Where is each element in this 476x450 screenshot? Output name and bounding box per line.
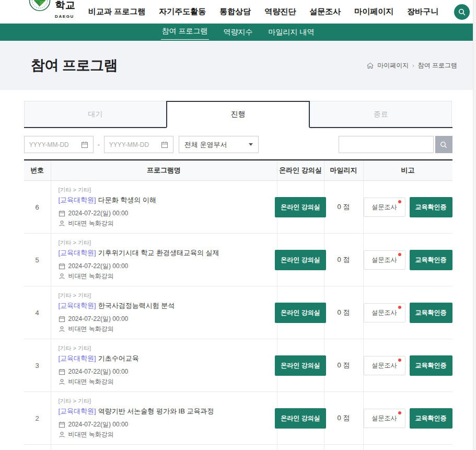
online-classroom-button[interactable]: 온라인 강의실 [275,355,326,376]
online-classroom-button[interactable]: 온라인 강의실 [275,250,326,270]
education-cert-button[interactable]: 교육확인증 [410,197,452,217]
program-info: [기타 > 기타] [교육대학원]기후위기시대 학교 환경생태교육의 실제 20… [51,234,277,286]
home-icon[interactable] [367,62,374,69]
row-number: 5 [24,234,51,286]
program-title-text: 기후위기시대 학교 환경생태교육의 실제 [98,249,219,257]
mileage-value: 0 점 [324,445,364,450]
table-search [339,136,452,153]
program-info: [기타 > 기타] [교육대학원]AI DT(디지털교과서)의 개발 현황과 활… [51,445,277,450]
status-tabs: 대기 진행 종료 [24,101,452,128]
search-icon [440,141,447,148]
table-header-row: 번호 프로그램명 온라인 강의실 마일리지 비고 [24,160,452,181]
col-mileage: 마일리지 [324,160,364,180]
mileage-value: 0 점 [324,181,364,233]
education-cert-button[interactable]: 교육확인증 [410,250,452,270]
survey-button[interactable]: 설문조사 [364,198,405,217]
program-title-text: 역량기반 서논술형 평가와 IB 교육과정 [98,407,214,415]
tab-waiting[interactable]: 대기 [24,101,167,127]
survey-button[interactable]: 설문조사 [364,250,405,270]
department-select-value: 전체 운영부서 [184,140,227,149]
table-row: 3 [기타 > 기타] [교육대학원]기초수어교육 2024-07-22(일) … [24,339,452,392]
university-logo[interactable]: 대구대학교 DAEGU UNIVERSITY [29,0,88,24]
person-icon [59,273,65,280]
tab-ended[interactable]: 종료 [309,101,452,127]
date-range-separator: - [98,141,100,148]
program-category: [기타 > 기타] [59,292,91,299]
program-method: 비대면 녹화강의 [59,377,114,386]
date-from-input[interactable] [29,141,78,148]
education-cert-button[interactable]: 교육확인증 [410,303,452,323]
program-category: [기타 > 기타] [59,186,91,194]
program-method: 비대면 녹화강의 [59,219,114,228]
search-input[interactable] [339,136,434,153]
date-to-field[interactable] [104,136,173,153]
date-to-input[interactable] [109,141,158,148]
survey-button[interactable]: 설문조사 [364,356,405,375]
program-category: [기타 > 기타] [59,344,91,352]
survey-button[interactable]: 설문조사 [364,303,405,322]
col-note: 비고 [364,160,452,180]
nav-cart[interactable]: 장바구니 [407,7,438,17]
row-number: 1 [24,445,51,450]
logo-en: DAEGU UNIVERSITY [55,14,88,24]
program-date: 2024-07-22(일) 00:00 [59,315,129,324]
person-icon [59,431,65,438]
calendar-icon[interactable] [81,141,88,148]
calendar-icon [59,263,65,270]
program-title[interactable]: [교육대학원]기후위기시대 학교 환경생태교육의 실제 [59,248,219,258]
calendar-icon [59,421,65,428]
calendar-icon [59,368,65,375]
program-dept: [교육대학원] [59,302,96,309]
calendar-icon [59,210,65,217]
calendar-icon[interactable] [161,141,168,148]
nav-extracurricular[interactable]: 비교과 프로그램 [88,7,145,17]
program-dept: [교육대학원] [59,354,96,362]
nav-mypage[interactable]: 마이페이지 [354,7,393,17]
nav-self-directed[interactable]: 자기주도활동 [159,7,206,17]
nav-counseling[interactable]: 통합상담 [219,7,251,17]
program-title[interactable]: [교육대학원]기초수어교육 [59,354,139,363]
header-search-button[interactable] [454,4,470,20]
department-select[interactable]: 전체 운영부서 [179,136,259,153]
subnav-participation-programs[interactable]: 참여 프로그램 [161,25,209,40]
person-icon [59,326,65,332]
sub-nav: 참여 프로그램 역량지수 마일리지 내역 [0,24,476,41]
online-classroom-button[interactable]: 온라인 강의실 [275,197,326,217]
calendar-icon [59,316,65,322]
table-search-button[interactable] [435,136,452,153]
breadcrumb-current[interactable]: 참여 프로그램 [418,61,457,70]
tab-in-progress[interactable]: 진행 [166,101,310,128]
table-row: 4 [기타 > 기타] [교육대학원]한국사검정능력시험 분석 2024-07-… [24,286,452,339]
program-title[interactable]: [교육대학원]다문화 학생의 이해 [59,195,156,205]
program-date: 2024-07-22(일) 00:00 [59,262,129,271]
date-from-field[interactable] [24,136,94,153]
program-method: 비대면 녹화강의 [59,325,114,333]
nav-competency[interactable]: 역량진단 [264,7,296,17]
col-number: 번호 [24,160,51,180]
program-method: 비대면 녹화강의 [59,272,114,281]
education-cert-button[interactable]: 교육확인증 [410,355,452,376]
top-header: 대구대학교 DAEGU UNIVERSITY 비교과 프로그램 자기주도활동 통… [0,0,476,24]
breadcrumb-separator: › [412,63,414,68]
mileage-value: 0 점 [324,392,364,444]
education-cert-button[interactable]: 교육확인증 [410,408,452,429]
scrollbar[interactable] [473,0,476,450]
program-method: 비대면 녹화강의 [59,430,114,439]
breadcrumb-mypage[interactable]: 마이페이지 [377,61,409,70]
notification-dot [398,253,401,256]
mileage-value: 0 점 [324,339,364,391]
program-category: [기타 > 기타] [59,397,91,405]
program-title[interactable]: [교육대학원]한국사검정능력시험 분석 [59,301,175,310]
online-classroom-button[interactable]: 온라인 강의실 [275,408,326,429]
online-classroom-button[interactable]: 온라인 강의실 [275,303,326,323]
logo-kr: 대구대학교 [55,0,86,10]
notification-dot [398,411,401,414]
program-dept: [교육대학원] [59,249,96,257]
subnav-mileage-history[interactable]: 마일리지 내역 [268,26,316,39]
row-number: 3 [24,339,51,391]
nav-survey[interactable]: 설문조사 [309,7,341,17]
program-title[interactable]: [교육대학원]역량기반 서논술형 평가와 IB 교육과정 [59,407,214,416]
subnav-competency-index[interactable]: 역량지수 [223,26,254,39]
survey-button[interactable]: 설문조사 [364,409,405,428]
person-icon [59,220,65,227]
